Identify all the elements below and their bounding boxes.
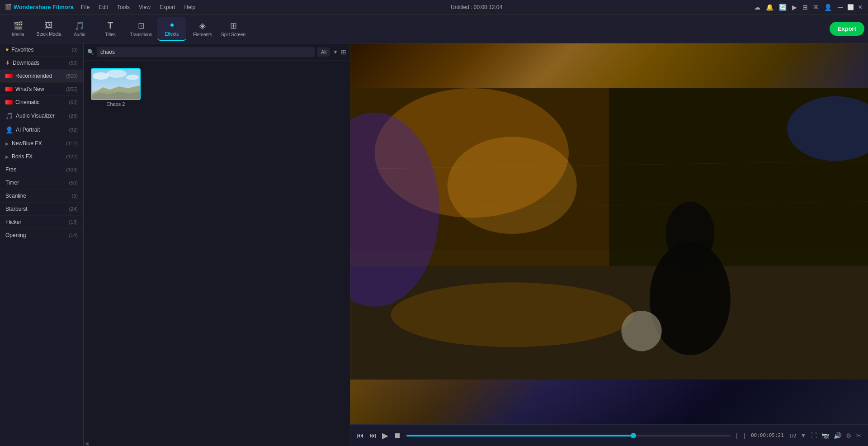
export-button[interactable]: Export bbox=[830, 22, 864, 36]
grid-icon[interactable]: ⊞ bbox=[802, 4, 808, 11]
cat-downloads[interactable]: ⬇ Downloads (53) bbox=[0, 57, 83, 70]
cat-opening[interactable]: Opening (14) bbox=[0, 229, 83, 242]
page-selector-icon[interactable]: ▼ bbox=[801, 432, 806, 439]
panel-collapse-handle[interactable]: ◀ bbox=[84, 441, 89, 446]
media-label: Media bbox=[12, 32, 24, 37]
cat-audio-visualizer[interactable]: 🎵 Audio Visualizer (28) bbox=[0, 109, 83, 123]
whats-new-label: What's New bbox=[15, 86, 44, 92]
effect-label-chaos2: Chaos 2 bbox=[91, 100, 141, 108]
cat-favorites[interactable]: ♥ Favorites (0) bbox=[0, 43, 83, 57]
filter-chevron-icon[interactable]: ▼ bbox=[333, 49, 338, 55]
volume-icon[interactable]: 🔊 bbox=[834, 432, 841, 439]
downloads-count: (53) bbox=[69, 60, 78, 66]
menu-help[interactable]: Help bbox=[181, 3, 199, 11]
menu-view[interactable]: View bbox=[135, 3, 154, 11]
progress-fill bbox=[406, 435, 633, 437]
cat-favorites-left: ♥ Favorites bbox=[5, 47, 33, 53]
boris-fx-count: (122) bbox=[66, 154, 78, 159]
step-back-button[interactable]: ⏭ bbox=[369, 432, 377, 440]
tool-media[interactable]: 🎬 Media bbox=[4, 17, 33, 41]
cinematic-label: Cinematic bbox=[15, 99, 39, 105]
cat-scanline[interactable]: Scanline (5) bbox=[0, 190, 83, 203]
cat-recommended-left: Recommended bbox=[5, 73, 52, 79]
cat-starburst[interactable]: Starburst (24) bbox=[0, 203, 83, 216]
app-logo: 🎬 Wondershare Filmora bbox=[5, 4, 74, 10]
cat-free-left: Free bbox=[5, 166, 17, 173]
preview-progress-bar[interactable] bbox=[406, 435, 731, 437]
cat-flicker[interactable]: Flicker (18) bbox=[0, 216, 83, 229]
cat-starburst-left: Starburst bbox=[5, 206, 28, 212]
user-icon[interactable]: 👤 bbox=[824, 4, 832, 11]
stop-button[interactable]: ⏹ bbox=[394, 432, 401, 440]
tool-audio[interactable]: 🎵 Audio bbox=[65, 17, 94, 41]
preview-controls-bar: ⏮ ⏭ ▶ ⏹ { } 00:00:05:21 1/2 ▼ ⛶ 📷 🔊 ⚙ ✂ bbox=[350, 424, 868, 446]
maximize-button[interactable]: ⬜ bbox=[847, 4, 854, 10]
cat-whats-new[interactable]: What's New (955) bbox=[0, 83, 83, 96]
tool-titles[interactable]: T Titles bbox=[96, 17, 125, 41]
menu-edit[interactable]: Edit bbox=[95, 3, 112, 11]
bracket-right-icon[interactable]: } bbox=[743, 432, 745, 439]
cat-audio-visualizer-left: 🎵 Audio Visualizer bbox=[5, 112, 55, 119]
cat-boris-fx[interactable]: ▶ Boris FX (122) bbox=[0, 150, 83, 163]
minimize-button[interactable]: — bbox=[837, 4, 844, 10]
boris-fx-label: Boris FX bbox=[12, 153, 33, 160]
ai-portrait-label: AI Portrait bbox=[16, 127, 40, 133]
timer-count: (50) bbox=[69, 180, 78, 185]
cinematic-icon bbox=[5, 100, 13, 104]
cat-recommended[interactable]: Recommended (500) bbox=[0, 70, 83, 83]
tool-stock-media[interactable]: 🖼 Stock Media bbox=[34, 17, 63, 41]
menu-file[interactable]: File bbox=[77, 3, 93, 11]
fullscreen-icon[interactable]: ⛶ bbox=[811, 432, 817, 439]
cat-free[interactable]: Free (108) bbox=[0, 163, 83, 176]
cat-downloads-left: ⬇ Downloads bbox=[5, 60, 39, 66]
app-title: Untitled : 00:00:12:04 bbox=[451, 4, 502, 10]
update-icon[interactable]: 🔄 bbox=[779, 4, 787, 11]
tool-elements[interactable]: ◈ Elements bbox=[188, 17, 217, 41]
cat-boris-fx-left: ▶ Boris FX bbox=[5, 153, 33, 160]
tool-transitions[interactable]: ⊡ Transitions bbox=[127, 17, 156, 41]
effects-icon: ✦ bbox=[169, 20, 175, 30]
cat-ai-portrait[interactable]: 👤 AI Portrait (92) bbox=[0, 123, 83, 137]
cat-timer[interactable]: Timer (50) bbox=[0, 176, 83, 190]
recommended-icon bbox=[5, 74, 13, 78]
expand-newblue-icon: ▶ bbox=[5, 141, 9, 146]
audio-visualizer-label: Audio Visualizer bbox=[16, 113, 55, 119]
notification-icon[interactable]: 🔔 bbox=[766, 4, 774, 11]
expand-boris-icon: ▶ bbox=[5, 154, 9, 159]
crop-icon[interactable]: ✂ bbox=[856, 432, 862, 439]
whats-new-icon bbox=[5, 87, 13, 91]
effect-item-chaos2[interactable]: Chaos 2 bbox=[91, 68, 141, 108]
cat-cinematic[interactable]: Cinematic (63) bbox=[0, 96, 83, 109]
opening-label: Opening bbox=[5, 232, 26, 238]
cat-newblue-fx[interactable]: ▶ NewBlue FX (112) bbox=[0, 137, 83, 150]
menu-export[interactable]: Export bbox=[156, 3, 179, 11]
screenshot-icon[interactable]: 📷 bbox=[821, 432, 829, 439]
close-button[interactable]: ✕ bbox=[857, 4, 863, 10]
cat-newblue-fx-left: ▶ NewBlue FX bbox=[5, 140, 42, 147]
grid-view-icon[interactable]: ⊞ bbox=[341, 48, 346, 56]
menu-tools[interactable]: Tools bbox=[113, 3, 133, 11]
time-display: 00:00:05:21 bbox=[751, 432, 784, 438]
tool-split-screen[interactable]: ⊞ Split Screen bbox=[219, 17, 248, 41]
svg-point-16 bbox=[621, 311, 661, 351]
cloud-icon[interactable]: ☁ bbox=[754, 4, 760, 11]
cat-timer-left: Timer bbox=[5, 180, 19, 186]
favorites-label: Favorites bbox=[11, 47, 33, 53]
svg-marker-5 bbox=[92, 91, 141, 100]
play-button[interactable]: ▶ bbox=[382, 431, 388, 441]
audio-visualizer-icon: 🎵 bbox=[5, 112, 13, 119]
recommended-count: (500) bbox=[66, 73, 78, 79]
progress-container bbox=[406, 435, 731, 437]
titlebar: 🎬 Wondershare Filmora File Edit Tools Vi… bbox=[0, 0, 868, 14]
message-icon[interactable]: ✉ bbox=[813, 4, 819, 11]
bracket-left-icon[interactable]: { bbox=[736, 432, 738, 439]
search-input[interactable] bbox=[97, 47, 315, 57]
play-icon[interactable]: ▶ bbox=[792, 4, 797, 11]
tool-effects[interactable]: ✦ Effects bbox=[157, 17, 186, 41]
preview-right-icons: 1/2 ▼ ⛶ 📷 🔊 ⚙ ✂ bbox=[789, 432, 862, 439]
cat-opening-left: Opening bbox=[5, 232, 26, 238]
skip-back-button[interactable]: ⏮ bbox=[357, 432, 364, 440]
filter-all-button[interactable]: All bbox=[317, 47, 330, 57]
settings-icon[interactable]: ⚙ bbox=[846, 432, 852, 439]
audio-visualizer-count: (28) bbox=[69, 113, 78, 119]
